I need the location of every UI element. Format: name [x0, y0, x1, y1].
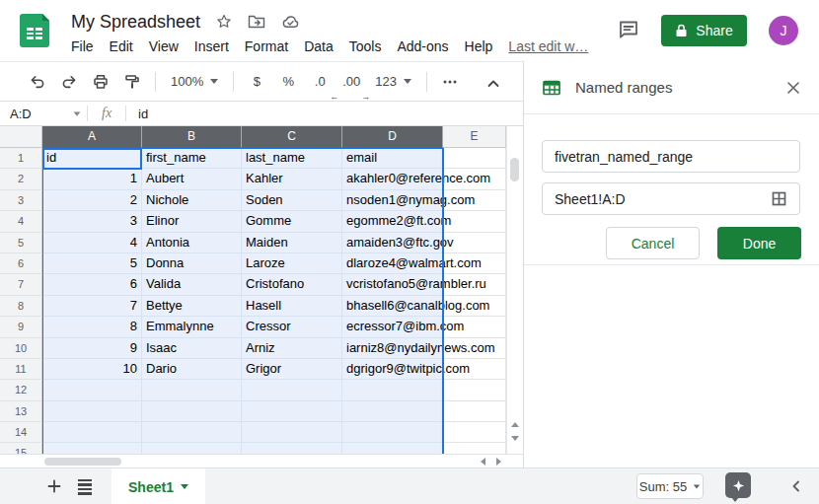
- print-icon[interactable]: [87, 68, 114, 96]
- cell-B7[interactable]: Valida: [142, 274, 242, 295]
- decrease-decimal-button[interactable]: .0: [306, 68, 334, 96]
- cell-A9[interactable]: 8: [42, 317, 142, 337]
- cell-E2[interactable]: [443, 169, 506, 189]
- redo-icon[interactable]: [55, 68, 83, 96]
- cell-C1[interactable]: last_name: [242, 148, 342, 169]
- cell-C3[interactable]: Soden: [242, 190, 342, 211]
- row-header-2[interactable]: 2: [0, 169, 42, 189]
- menu-tools[interactable]: Tools: [341, 38, 390, 54]
- more-toolbar-icon[interactable]: [436, 68, 464, 96]
- share-button[interactable]: Share: [661, 15, 747, 46]
- cell-C7[interactable]: Cristofano: [242, 274, 342, 295]
- number-format-button[interactable]: 123: [369, 68, 417, 96]
- cell-C15[interactable]: [242, 443, 342, 454]
- cell-C13[interactable]: [242, 401, 342, 422]
- cell-D15[interactable]: [342, 443, 443, 454]
- horizontal-scrollbar-thumb[interactable]: [44, 458, 121, 466]
- cell-B10[interactable]: Isaac: [142, 338, 242, 359]
- cell-E10[interactable]: [443, 338, 506, 359]
- cell-C14[interactable]: [242, 422, 342, 443]
- cell-C9[interactable]: Cressor: [242, 317, 342, 337]
- column-header-C[interactable]: C: [242, 126, 342, 148]
- vertical-scrollbar[interactable]: [506, 126, 523, 454]
- select-data-range-icon[interactable]: [771, 190, 787, 207]
- menu-format[interactable]: Format: [237, 38, 296, 54]
- range-address-field[interactable]: [542, 182, 800, 215]
- cell-E5[interactable]: [443, 233, 506, 253]
- cell-C10[interactable]: Arniz: [242, 338, 342, 359]
- cell-A14[interactable]: [42, 422, 142, 443]
- last-edit-link[interactable]: Last edit w…: [508, 38, 588, 54]
- cell-A6[interactable]: 5: [42, 253, 142, 274]
- scroll-left-icon[interactable]: [481, 458, 485, 466]
- select-all-corner[interactable]: [0, 126, 42, 148]
- cell-C11[interactable]: Grigor: [242, 359, 342, 380]
- name-box[interactable]: A:D: [0, 102, 87, 126]
- cell-A15[interactable]: [42, 443, 142, 454]
- cell-B15[interactable]: [142, 443, 242, 454]
- move-folder-icon[interactable]: [248, 14, 265, 30]
- cell-A13[interactable]: [42, 401, 142, 422]
- close-icon[interactable]: [785, 80, 801, 96]
- sum-badge[interactable]: Sum: 55: [636, 473, 704, 499]
- cell-B11[interactable]: Dario: [142, 359, 242, 380]
- row-header-8[interactable]: 8: [0, 296, 42, 317]
- collapse-toolbar-icon[interactable]: [480, 70, 507, 98]
- cell-D9[interactable]: ecressor7@ibm.com: [342, 317, 443, 337]
- scroll-up-icon[interactable]: [511, 422, 519, 427]
- column-header-E[interactable]: E: [443, 126, 506, 148]
- menu-data[interactable]: Data: [296, 38, 341, 54]
- cloud-saved-icon[interactable]: [281, 14, 300, 30]
- cell-E12[interactable]: [443, 380, 506, 400]
- menu-edit[interactable]: Edit: [102, 38, 141, 54]
- all-sheets-icon[interactable]: [78, 479, 92, 495]
- cell-C12[interactable]: [242, 380, 342, 400]
- menu-help[interactable]: Help: [457, 38, 501, 54]
- cancel-button[interactable]: Cancel: [606, 227, 700, 259]
- cell-C5[interactable]: Maiden: [242, 233, 342, 253]
- cell-E7[interactable]: [443, 274, 506, 295]
- cell-B12[interactable]: [142, 380, 242, 400]
- cell-E4[interactable]: [443, 211, 506, 232]
- range-name-field[interactable]: [542, 140, 800, 173]
- menu-add-ons[interactable]: Add-ons: [389, 38, 456, 54]
- cell-A8[interactable]: 7: [42, 296, 142, 317]
- menu-file[interactable]: File: [63, 38, 102, 54]
- cell-D10[interactable]: iarniz8@nydailynews.com: [342, 338, 443, 359]
- range-name-input[interactable]: [555, 149, 787, 165]
- cell-A3[interactable]: 2: [42, 190, 142, 211]
- row-header-9[interactable]: 9: [0, 317, 42, 337]
- cell-C2[interactable]: Kahler: [242, 169, 342, 189]
- cell-E8[interactable]: [443, 296, 506, 317]
- star-icon[interactable]: [216, 14, 232, 30]
- cell-A12[interactable]: [42, 380, 142, 400]
- sheets-logo-icon[interactable]: [20, 14, 49, 47]
- cell-D1[interactable]: email: [342, 148, 443, 169]
- cell-C6[interactable]: Laroze: [242, 253, 342, 274]
- row-header-11[interactable]: 11: [0, 359, 42, 380]
- undo-icon[interactable]: [24, 68, 51, 96]
- row-header-3[interactable]: 3: [0, 190, 42, 211]
- cell-B8[interactable]: Bettye: [142, 296, 242, 317]
- percent-format-button[interactable]: %: [274, 68, 302, 96]
- row-header-6[interactable]: 6: [0, 253, 42, 274]
- avatar[interactable]: J: [769, 16, 798, 45]
- document-title[interactable]: My Spreadsheet: [71, 12, 200, 33]
- cell-B4[interactable]: Elinor: [142, 211, 242, 232]
- row-header-14[interactable]: 14: [0, 422, 42, 443]
- zoom-control[interactable]: 100%: [165, 68, 224, 96]
- cell-D12[interactable]: [342, 380, 443, 400]
- cell-A5[interactable]: 4: [42, 233, 142, 253]
- range-address-input[interactable]: [555, 191, 771, 207]
- cell-A2[interactable]: 1: [42, 169, 142, 189]
- row-header-4[interactable]: 4: [0, 211, 42, 232]
- currency-format-button[interactable]: $: [243, 68, 270, 96]
- row-header-15[interactable]: 15: [0, 443, 42, 454]
- cell-B14[interactable]: [142, 422, 242, 443]
- cell-D14[interactable]: [342, 422, 443, 443]
- scroll-down-icon[interactable]: [511, 436, 519, 441]
- sheet-tab-sheet1[interactable]: Sheet1: [112, 468, 205, 504]
- cell-B2[interactable]: Aubert: [142, 169, 242, 189]
- column-header-D[interactable]: D: [342, 126, 443, 148]
- cell-D8[interactable]: bhasell6@canalblog.com: [342, 296, 443, 317]
